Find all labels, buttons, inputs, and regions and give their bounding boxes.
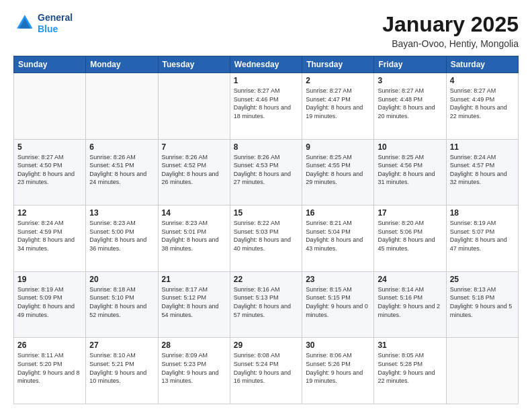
day-info: Sunrise: 8:27 AM Sunset: 4:47 PM Dayligh… xyxy=(306,87,370,120)
table-row xyxy=(14,73,86,140)
calendar-week-3: 19Sunrise: 8:19 AM Sunset: 5:09 PM Dayli… xyxy=(14,271,519,338)
table-row: 28Sunrise: 8:09 AM Sunset: 5:23 PM Dayli… xyxy=(158,338,230,404)
day-info: Sunrise: 8:16 AM Sunset: 5:13 PM Dayligh… xyxy=(234,285,298,319)
table-row: 6Sunrise: 8:26 AM Sunset: 4:51 PM Daylig… xyxy=(86,139,158,205)
day-info: Sunrise: 8:19 AM Sunset: 5:07 PM Dayligh… xyxy=(450,219,515,253)
day-number: 7 xyxy=(162,142,226,152)
day-number: 30 xyxy=(306,340,370,350)
day-info: Sunrise: 8:08 AM Sunset: 5:24 PM Dayligh… xyxy=(234,351,298,385)
table-row: 29Sunrise: 8:08 AM Sunset: 5:24 PM Dayli… xyxy=(230,338,302,404)
table-row: 21Sunrise: 8:17 AM Sunset: 5:12 PM Dayli… xyxy=(158,271,230,338)
day-info: Sunrise: 8:11 AM Sunset: 5:20 PM Dayligh… xyxy=(17,351,82,385)
day-number: 16 xyxy=(306,208,370,218)
table-row: 3Sunrise: 8:27 AM Sunset: 4:48 PM Daylig… xyxy=(374,73,446,140)
table-row: 25Sunrise: 8:13 AM Sunset: 5:18 PM Dayli… xyxy=(446,271,518,338)
day-number: 29 xyxy=(234,340,298,350)
day-info: Sunrise: 8:05 AM Sunset: 5:28 PM Dayligh… xyxy=(378,351,442,385)
logo-line1: General xyxy=(38,12,73,24)
calendar-week-2: 12Sunrise: 8:24 AM Sunset: 4:59 PM Dayli… xyxy=(14,205,519,272)
table-row: 18Sunrise: 8:19 AM Sunset: 5:07 PM Dayli… xyxy=(446,205,518,272)
day-info: Sunrise: 8:27 AM Sunset: 4:49 PM Dayligh… xyxy=(450,87,515,120)
day-number: 5 xyxy=(17,142,82,152)
day-info: Sunrise: 8:25 AM Sunset: 4:56 PM Dayligh… xyxy=(378,153,442,187)
col-thursday: Thursday xyxy=(302,56,374,73)
day-number: 13 xyxy=(89,208,154,218)
day-number: 6 xyxy=(89,142,154,152)
day-info: Sunrise: 8:18 AM Sunset: 5:10 PM Dayligh… xyxy=(89,285,154,319)
table-row: 19Sunrise: 8:19 AM Sunset: 5:09 PM Dayli… xyxy=(14,271,86,338)
logo-line2: Blue xyxy=(38,24,73,35)
table-row: 26Sunrise: 8:11 AM Sunset: 5:20 PM Dayli… xyxy=(14,338,86,404)
day-number: 22 xyxy=(234,275,298,284)
table-row: 13Sunrise: 8:23 AM Sunset: 5:00 PM Dayli… xyxy=(86,205,158,272)
col-wednesday: Wednesday xyxy=(230,56,302,73)
day-number: 15 xyxy=(234,208,298,218)
day-number: 1 xyxy=(234,76,298,85)
logo-icon xyxy=(13,13,35,34)
table-row: 22Sunrise: 8:16 AM Sunset: 5:13 PM Dayli… xyxy=(230,271,302,338)
table-row: 9Sunrise: 8:25 AM Sunset: 4:55 PM Daylig… xyxy=(302,139,374,205)
table-row: 7Sunrise: 8:26 AM Sunset: 4:52 PM Daylig… xyxy=(158,139,230,205)
table-row: 14Sunrise: 8:23 AM Sunset: 5:01 PM Dayli… xyxy=(158,205,230,272)
table-row: 8Sunrise: 8:26 AM Sunset: 4:53 PM Daylig… xyxy=(230,139,302,205)
day-info: Sunrise: 8:22 AM Sunset: 5:03 PM Dayligh… xyxy=(234,219,298,253)
table-row: 17Sunrise: 8:20 AM Sunset: 5:06 PM Dayli… xyxy=(374,205,446,272)
day-number: 24 xyxy=(378,275,442,284)
day-number: 12 xyxy=(17,208,82,218)
day-info: Sunrise: 8:17 AM Sunset: 5:12 PM Dayligh… xyxy=(162,285,226,319)
calendar-week-1: 5Sunrise: 8:27 AM Sunset: 4:50 PM Daylig… xyxy=(14,139,519,205)
table-row xyxy=(158,73,230,140)
table-row: 1Sunrise: 8:27 AM Sunset: 4:46 PM Daylig… xyxy=(230,73,302,140)
title-block: January 2025 Bayan-Ovoo, Hentiy, Mongoli… xyxy=(382,12,519,49)
day-number: 9 xyxy=(306,142,370,152)
table-row: 15Sunrise: 8:22 AM Sunset: 5:03 PM Dayli… xyxy=(230,205,302,272)
col-monday: Monday xyxy=(86,56,158,73)
header: General Blue January 2025 Bayan-Ovoo, He… xyxy=(13,12,519,49)
day-number: 11 xyxy=(450,142,515,152)
day-info: Sunrise: 8:23 AM Sunset: 5:00 PM Dayligh… xyxy=(89,219,154,253)
day-info: Sunrise: 8:14 AM Sunset: 5:16 PM Dayligh… xyxy=(378,285,442,319)
table-row xyxy=(86,73,158,140)
day-info: Sunrise: 8:24 AM Sunset: 4:59 PM Dayligh… xyxy=(17,219,82,253)
table-row: 31Sunrise: 8:05 AM Sunset: 5:28 PM Dayli… xyxy=(374,338,446,404)
logo: General Blue xyxy=(13,12,73,35)
day-info: Sunrise: 8:10 AM Sunset: 5:21 PM Dayligh… xyxy=(89,351,154,385)
day-info: Sunrise: 8:25 AM Sunset: 4:55 PM Dayligh… xyxy=(306,153,370,187)
day-number: 23 xyxy=(306,275,370,284)
table-row: 10Sunrise: 8:25 AM Sunset: 4:56 PM Dayli… xyxy=(374,139,446,205)
table-row xyxy=(446,338,518,404)
calendar-week-4: 26Sunrise: 8:11 AM Sunset: 5:20 PM Dayli… xyxy=(14,338,519,404)
day-info: Sunrise: 8:23 AM Sunset: 5:01 PM Dayligh… xyxy=(162,219,226,253)
day-number: 31 xyxy=(378,340,442,350)
day-number: 10 xyxy=(378,142,442,152)
day-number: 21 xyxy=(162,275,226,284)
day-info: Sunrise: 8:13 AM Sunset: 5:18 PM Dayligh… xyxy=(450,285,515,319)
table-row: 4Sunrise: 8:27 AM Sunset: 4:49 PM Daylig… xyxy=(446,73,518,140)
day-info: Sunrise: 8:27 AM Sunset: 4:48 PM Dayligh… xyxy=(378,87,442,120)
day-info: Sunrise: 8:20 AM Sunset: 5:06 PM Dayligh… xyxy=(378,219,442,253)
day-info: Sunrise: 8:19 AM Sunset: 5:09 PM Dayligh… xyxy=(17,285,82,319)
day-number: 14 xyxy=(162,208,226,218)
table-row: 5Sunrise: 8:27 AM Sunset: 4:50 PM Daylig… xyxy=(14,139,86,205)
logo-text: General Blue xyxy=(38,12,73,35)
title-month: January 2025 xyxy=(382,12,519,37)
day-number: 8 xyxy=(234,142,298,152)
day-number: 4 xyxy=(450,76,515,85)
table-row: 24Sunrise: 8:14 AM Sunset: 5:16 PM Dayli… xyxy=(374,271,446,338)
col-sunday: Sunday xyxy=(14,56,86,73)
table-row: 16Sunrise: 8:21 AM Sunset: 5:04 PM Dayli… xyxy=(302,205,374,272)
day-number: 25 xyxy=(450,275,515,284)
day-info: Sunrise: 8:27 AM Sunset: 4:46 PM Dayligh… xyxy=(234,87,298,120)
day-info: Sunrise: 8:21 AM Sunset: 5:04 PM Dayligh… xyxy=(306,219,370,253)
day-number: 18 xyxy=(450,208,515,218)
page: General Blue January 2025 Bayan-Ovoo, He… xyxy=(0,0,532,411)
day-info: Sunrise: 8:24 AM Sunset: 4:57 PM Dayligh… xyxy=(450,153,515,187)
table-row: 27Sunrise: 8:10 AM Sunset: 5:21 PM Dayli… xyxy=(86,338,158,404)
day-info: Sunrise: 8:06 AM Sunset: 5:26 PM Dayligh… xyxy=(306,351,370,385)
day-number: 20 xyxy=(89,275,154,284)
day-number: 27 xyxy=(89,340,154,350)
day-info: Sunrise: 8:26 AM Sunset: 4:53 PM Dayligh… xyxy=(234,153,298,187)
table-row: 12Sunrise: 8:24 AM Sunset: 4:59 PM Dayli… xyxy=(14,205,86,272)
day-number: 3 xyxy=(378,76,442,85)
table-row: 30Sunrise: 8:06 AM Sunset: 5:26 PM Dayli… xyxy=(302,338,374,404)
